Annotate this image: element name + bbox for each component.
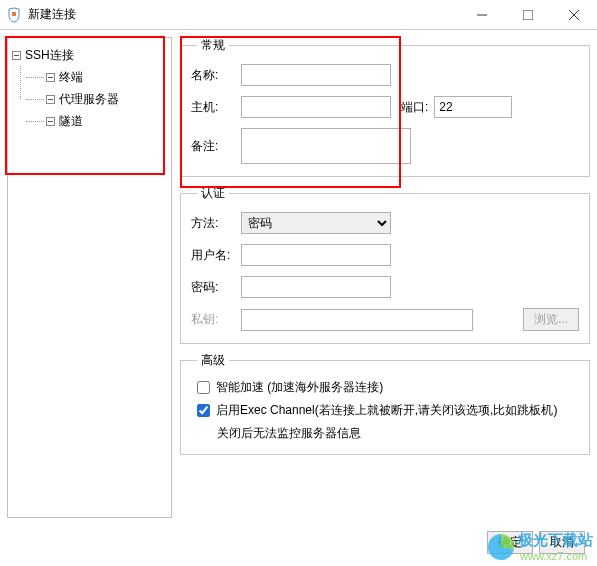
user-label: 用户名: [191, 247, 241, 264]
connection-tree: SSH连接 终端 代理服务器 隧道 [7, 37, 172, 518]
tree-item-terminal[interactable]: 终端 [26, 66, 167, 88]
maximize-button[interactable] [505, 0, 551, 29]
minimize-button[interactable] [459, 0, 505, 29]
cancel-button[interactable]: 取消 [539, 531, 585, 554]
collapse-icon[interactable] [46, 73, 55, 82]
port-input[interactable] [434, 96, 512, 118]
remark-input[interactable] [241, 128, 411, 164]
method-label: 方法: [191, 215, 241, 232]
browse-button: 浏览... [523, 308, 579, 331]
tree-item-tunnel[interactable]: 隧道 [26, 110, 167, 132]
window-title: 新建连接 [28, 6, 459, 23]
auth-group: 认证 方法: 密码 用户名: 密码: 私钥: 浏览... [180, 185, 590, 344]
tree-branch-icon [26, 77, 44, 78]
privkey-input [241, 309, 473, 331]
tree-item-label: 终端 [59, 69, 83, 86]
port-label: 端口: [401, 99, 428, 116]
general-group: 常规 名称: 主机: 端口: 备注: [180, 37, 590, 177]
auth-legend: 认证 [197, 185, 229, 202]
user-input[interactable] [241, 244, 391, 266]
general-legend: 常规 [197, 37, 229, 54]
collapse-icon[interactable] [46, 117, 55, 126]
method-select[interactable]: 密码 [241, 212, 391, 234]
remark-label: 备注: [191, 138, 241, 155]
java-duke-icon [6, 7, 22, 23]
smart-accel-label: 智能加速 (加速海外服务器连接) [216, 379, 383, 396]
password-label: 密码: [191, 279, 241, 296]
name-input[interactable] [241, 64, 391, 86]
tree-item-label: 代理服务器 [59, 91, 119, 108]
name-label: 名称: [191, 67, 241, 84]
svg-rect-1 [523, 10, 533, 20]
tree-branch-icon [26, 99, 44, 100]
collapse-icon[interactable] [12, 51, 21, 60]
advanced-legend: 高级 [197, 352, 229, 369]
tree-item-proxy[interactable]: 代理服务器 [26, 88, 167, 110]
tree-root-label: SSH连接 [25, 47, 74, 64]
exec-channel-label: 启用Exec Channel(若连接上就被断开,请关闭该选项,比如跳板机) [216, 402, 557, 419]
host-input[interactable] [241, 96, 391, 118]
tree-root-ssh[interactable]: SSH连接 [12, 44, 167, 66]
tree-item-label: 隧道 [59, 113, 83, 130]
window-controls [459, 0, 597, 29]
privkey-label: 私钥: [191, 311, 241, 328]
titlebar: 新建连接 [0, 0, 597, 30]
advanced-group: 高级 智能加速 (加速海外服务器连接) 启用Exec Channel(若连接上就… [180, 352, 590, 455]
tree-branch-icon [26, 121, 44, 122]
host-label: 主机: [191, 99, 241, 116]
ok-button[interactable]: 确定 [487, 531, 533, 554]
collapse-icon[interactable] [46, 95, 55, 104]
password-input[interactable] [241, 276, 391, 298]
smart-accel-checkbox[interactable] [197, 381, 210, 394]
close-button[interactable] [551, 0, 597, 29]
exec-channel-checkbox[interactable] [197, 404, 210, 417]
advanced-note: 关闭后无法监控服务器信息 [217, 425, 579, 442]
